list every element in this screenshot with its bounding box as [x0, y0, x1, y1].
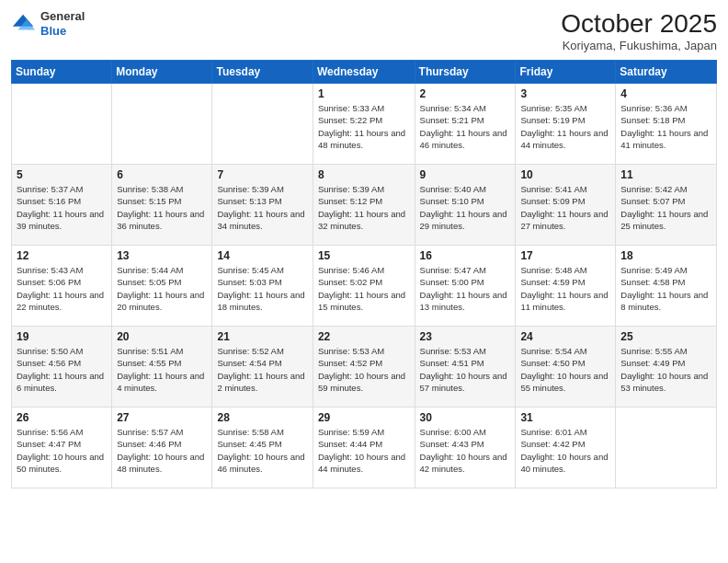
header: General Blue October 2025 Koriyama, Fuku…	[11, 9, 717, 52]
weekday-header: Monday	[112, 61, 212, 84]
calendar-cell: 23Sunrise: 5:53 AM Sunset: 4:51 PM Dayli…	[415, 327, 516, 408]
day-number: 2	[420, 87, 511, 100]
day-info: Sunrise: 5:59 AM Sunset: 4:44 PM Dayligh…	[318, 426, 410, 475]
day-number: 5	[17, 168, 107, 181]
day-number: 12	[17, 249, 107, 262]
day-number: 23	[420, 330, 511, 343]
day-info: Sunrise: 5:56 AM Sunset: 4:47 PM Dayligh…	[17, 426, 107, 475]
location: Koriyama, Fukushima, Japan	[561, 39, 717, 52]
day-number: 8	[318, 168, 410, 181]
calendar-cell: 5Sunrise: 5:37 AM Sunset: 5:16 PM Daylig…	[12, 165, 112, 246]
day-number: 22	[318, 330, 410, 343]
day-number: 21	[217, 330, 307, 343]
logo-blue: Blue	[40, 24, 66, 38]
calendar-cell: 25Sunrise: 5:55 AM Sunset: 4:49 PM Dayli…	[616, 327, 717, 408]
calendar-cell: 31Sunrise: 6:01 AM Sunset: 4:42 PM Dayli…	[516, 408, 616, 488]
calendar-cell: 30Sunrise: 6:00 AM Sunset: 4:43 PM Dayli…	[415, 408, 516, 488]
weekday-header: Sunday	[12, 61, 112, 84]
day-number: 15	[318, 249, 410, 262]
day-info: Sunrise: 5:34 AM Sunset: 5:21 PM Dayligh…	[420, 102, 511, 151]
day-number: 13	[117, 249, 207, 262]
day-number: 20	[117, 330, 207, 343]
calendar-cell: 9Sunrise: 5:40 AM Sunset: 5:10 PM Daylig…	[415, 165, 516, 246]
calendar-week-row: 12Sunrise: 5:43 AM Sunset: 5:06 PM Dayli…	[12, 246, 717, 327]
calendar-cell: 14Sunrise: 5:45 AM Sunset: 5:03 PM Dayli…	[212, 246, 313, 327]
calendar: SundayMondayTuesdayWednesdayThursdayFrid…	[11, 60, 717, 488]
calendar-cell	[616, 408, 717, 488]
logo-icon	[11, 11, 37, 37]
day-info: Sunrise: 5:51 AM Sunset: 4:55 PM Dayligh…	[117, 345, 207, 394]
day-info: Sunrise: 5:39 AM Sunset: 5:12 PM Dayligh…	[318, 183, 410, 232]
weekday-header-row: SundayMondayTuesdayWednesdayThursdayFrid…	[12, 61, 717, 84]
day-number: 7	[217, 168, 307, 181]
calendar-cell: 3Sunrise: 5:35 AM Sunset: 5:19 PM Daylig…	[516, 84, 616, 165]
day-info: Sunrise: 5:44 AM Sunset: 5:05 PM Dayligh…	[117, 264, 207, 313]
day-info: Sunrise: 5:49 AM Sunset: 4:58 PM Dayligh…	[620, 264, 711, 313]
calendar-cell: 17Sunrise: 5:48 AM Sunset: 4:59 PM Dayli…	[516, 246, 616, 327]
day-info: Sunrise: 5:48 AM Sunset: 4:59 PM Dayligh…	[520, 264, 610, 313]
calendar-week-row: 1Sunrise: 5:33 AM Sunset: 5:22 PM Daylig…	[12, 84, 717, 165]
day-info: Sunrise: 5:42 AM Sunset: 5:07 PM Dayligh…	[620, 183, 711, 232]
calendar-cell: 7Sunrise: 5:39 AM Sunset: 5:13 PM Daylig…	[212, 165, 313, 246]
logo-general: General	[40, 9, 85, 23]
day-number: 24	[520, 330, 610, 343]
day-number: 18	[620, 249, 711, 262]
calendar-cell: 12Sunrise: 5:43 AM Sunset: 5:06 PM Dayli…	[12, 246, 112, 327]
page-container: General Blue October 2025 Koriyama, Fuku…	[0, 0, 728, 496]
day-info: Sunrise: 5:40 AM Sunset: 5:10 PM Dayligh…	[420, 183, 511, 232]
day-info: Sunrise: 5:55 AM Sunset: 4:49 PM Dayligh…	[620, 345, 711, 394]
day-info: Sunrise: 5:33 AM Sunset: 5:22 PM Dayligh…	[318, 102, 410, 151]
calendar-cell: 18Sunrise: 5:49 AM Sunset: 4:58 PM Dayli…	[616, 246, 717, 327]
day-info: Sunrise: 5:50 AM Sunset: 4:56 PM Dayligh…	[17, 345, 107, 394]
calendar-cell: 29Sunrise: 5:59 AM Sunset: 4:44 PM Dayli…	[313, 408, 415, 488]
calendar-cell: 13Sunrise: 5:44 AM Sunset: 5:05 PM Dayli…	[112, 246, 212, 327]
day-number: 25	[620, 330, 711, 343]
calendar-cell: 26Sunrise: 5:56 AM Sunset: 4:47 PM Dayli…	[12, 408, 112, 488]
day-info: Sunrise: 5:52 AM Sunset: 4:54 PM Dayligh…	[217, 345, 307, 394]
calendar-cell: 2Sunrise: 5:34 AM Sunset: 5:21 PM Daylig…	[415, 84, 516, 165]
weekday-header: Saturday	[616, 61, 717, 84]
day-number: 31	[520, 411, 610, 424]
day-info: Sunrise: 5:47 AM Sunset: 5:00 PM Dayligh…	[420, 264, 511, 313]
calendar-cell	[12, 84, 112, 165]
calendar-cell: 15Sunrise: 5:46 AM Sunset: 5:02 PM Dayli…	[313, 246, 415, 327]
calendar-cell: 10Sunrise: 5:41 AM Sunset: 5:09 PM Dayli…	[516, 165, 616, 246]
day-info: Sunrise: 5:36 AM Sunset: 5:18 PM Dayligh…	[620, 102, 711, 151]
calendar-cell: 20Sunrise: 5:51 AM Sunset: 4:55 PM Dayli…	[112, 327, 212, 408]
day-number: 1	[318, 87, 410, 100]
day-number: 26	[17, 411, 107, 424]
calendar-cell: 22Sunrise: 5:53 AM Sunset: 4:52 PM Dayli…	[313, 327, 415, 408]
calendar-cell: 21Sunrise: 5:52 AM Sunset: 4:54 PM Dayli…	[212, 327, 313, 408]
calendar-cell: 28Sunrise: 5:58 AM Sunset: 4:45 PM Dayli…	[212, 408, 313, 488]
day-number: 4	[620, 87, 711, 100]
day-number: 29	[318, 411, 410, 424]
calendar-week-row: 5Sunrise: 5:37 AM Sunset: 5:16 PM Daylig…	[12, 165, 717, 246]
weekday-header: Thursday	[415, 61, 516, 84]
day-info: Sunrise: 5:41 AM Sunset: 5:09 PM Dayligh…	[520, 183, 610, 232]
day-number: 9	[420, 168, 511, 181]
day-number: 27	[117, 411, 207, 424]
day-number: 19	[17, 330, 107, 343]
day-info: Sunrise: 5:46 AM Sunset: 5:02 PM Dayligh…	[318, 264, 410, 313]
calendar-cell	[212, 84, 313, 165]
calendar-cell: 8Sunrise: 5:39 AM Sunset: 5:12 PM Daylig…	[313, 165, 415, 246]
day-info: Sunrise: 5:57 AM Sunset: 4:46 PM Dayligh…	[117, 426, 207, 475]
day-number: 11	[620, 168, 711, 181]
day-info: Sunrise: 5:58 AM Sunset: 4:45 PM Dayligh…	[217, 426, 307, 475]
calendar-cell: 1Sunrise: 5:33 AM Sunset: 5:22 PM Daylig…	[313, 84, 415, 165]
day-info: Sunrise: 6:01 AM Sunset: 4:42 PM Dayligh…	[520, 426, 610, 475]
calendar-cell: 19Sunrise: 5:50 AM Sunset: 4:56 PM Dayli…	[12, 327, 112, 408]
title-block: October 2025 Koriyama, Fukushima, Japan	[561, 9, 717, 52]
day-info: Sunrise: 5:37 AM Sunset: 5:16 PM Dayligh…	[17, 183, 107, 232]
weekday-header: Friday	[516, 61, 616, 84]
calendar-week-row: 26Sunrise: 5:56 AM Sunset: 4:47 PM Dayli…	[12, 408, 717, 488]
day-info: Sunrise: 6:00 AM Sunset: 4:43 PM Dayligh…	[420, 426, 511, 475]
calendar-cell	[112, 84, 212, 165]
day-number: 16	[420, 249, 511, 262]
calendar-cell: 16Sunrise: 5:47 AM Sunset: 5:00 PM Dayli…	[415, 246, 516, 327]
day-number: 17	[520, 249, 610, 262]
day-info: Sunrise: 5:43 AM Sunset: 5:06 PM Dayligh…	[17, 264, 107, 313]
day-info: Sunrise: 5:53 AM Sunset: 4:51 PM Dayligh…	[420, 345, 511, 394]
day-info: Sunrise: 5:45 AM Sunset: 5:03 PM Dayligh…	[217, 264, 307, 313]
calendar-cell: 4Sunrise: 5:36 AM Sunset: 5:18 PM Daylig…	[616, 84, 717, 165]
